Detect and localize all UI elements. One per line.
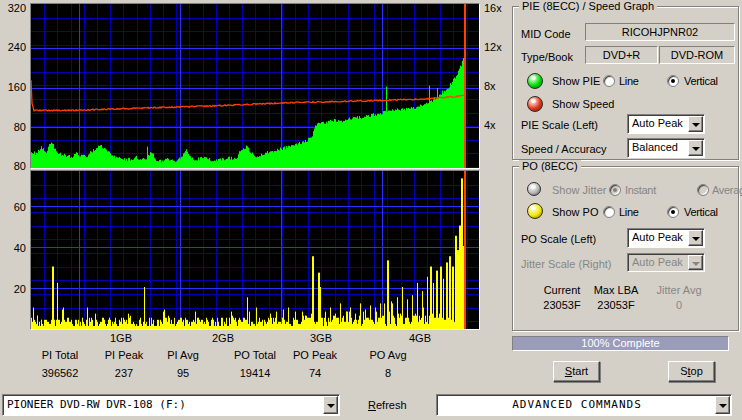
speed-axis-tick: 4x	[484, 119, 496, 131]
book-type-value: DVD-ROM	[659, 46, 735, 64]
po-scale-label: PO Scale (Left)	[521, 233, 596, 245]
dropdown-arrow-button	[688, 255, 703, 270]
pie-line-radio-label: Line	[619, 75, 639, 87]
type-book-label: Type/Book	[521, 51, 573, 63]
stat-label: PO Avg	[346, 349, 430, 361]
max-lba-value: 23053F	[581, 299, 651, 311]
speed-accuracy-value: Balanced	[632, 141, 686, 153]
show-po-label: Show PO	[552, 206, 598, 218]
show-speed-label: Show Speed	[552, 98, 614, 110]
jitter-scale-dropdown: Auto Peak	[627, 253, 705, 272]
stat-po-avg: PO Avg 8	[346, 349, 430, 379]
show-pie-label: Show PIE	[552, 75, 600, 87]
jitter-scale-value: Auto Peak	[632, 256, 686, 268]
x-axis-tick: 2GB	[208, 332, 238, 344]
pie-vertical-radio[interactable]	[667, 75, 679, 87]
drive-select-dropdown[interactable]: PIONEER DVD-RW DVR-108 (F:)	[2, 394, 340, 416]
pie-axis-tick: 240	[0, 41, 26, 53]
refresh-link[interactable]: Refresh	[368, 399, 407, 411]
advanced-commands-value: ADVANCED COMMANDS	[441, 398, 713, 411]
jitter-scale-label: Jitter Scale (Right)	[521, 258, 611, 270]
jitter-avg-value: 0	[644, 299, 714, 311]
pie-scale-dropdown[interactable]: Auto Peak	[627, 114, 705, 134]
speed-axis-tick: 8x	[484, 80, 496, 92]
jitter-instant-radio-label: Instant	[625, 184, 656, 196]
chevron-down-icon	[692, 237, 700, 241]
dropdown-arrow-button[interactable]	[688, 140, 703, 156]
show-jitter-label: Show Jitter	[552, 184, 606, 196]
app-window: 320 240 160 80 80 60 40 20 16x 12x 8x 4x…	[0, 0, 742, 420]
stat-value: 74	[273, 367, 357, 379]
dropdown-arrow-button[interactable]	[688, 116, 703, 132]
jitter-instant-radio	[609, 184, 621, 196]
pie-speed-group: PIE (8ECC) / Speed Graph MID Code RICOHJ…	[512, 6, 739, 160]
pie-axis-tick: 320	[0, 2, 26, 14]
chevron-down-icon	[327, 404, 335, 408]
speed-axis-tick: 12x	[484, 41, 502, 53]
dropdown-arrow-button[interactable]	[688, 230, 703, 246]
po-axis-tick: 40	[0, 242, 26, 254]
jitter-average-radio	[697, 184, 709, 196]
show-jitter-led-button	[527, 182, 541, 196]
po-axis-tick: 60	[0, 201, 26, 213]
show-po-led-button[interactable]	[527, 203, 543, 219]
pie-axis-tick: 80	[0, 121, 26, 133]
chevron-down-icon	[692, 147, 700, 151]
po-scale-dropdown[interactable]: Auto Peak	[627, 228, 705, 248]
stop-button[interactable]: Stop	[668, 361, 715, 382]
po-line-radio-label: Line	[619, 206, 639, 218]
chevron-down-icon	[692, 123, 700, 127]
dropdown-arrow-button[interactable]	[715, 396, 730, 414]
pie-group-title: PIE (8ECC) / Speed Graph	[519, 0, 657, 12]
dropdown-arrow-button[interactable]	[323, 396, 338, 414]
chevron-down-icon	[719, 404, 727, 408]
disc-type-value: DVD+R	[585, 46, 658, 64]
drive-select-value: PIONEER DVD-RW DVR-108 (F:)	[7, 398, 321, 411]
max-lba-label: Max LBA	[581, 284, 651, 296]
show-pie-led-button[interactable]	[527, 73, 543, 89]
progress-bar: 100% Complete	[512, 336, 729, 351]
po-group-title: PO (8ECC)	[519, 160, 581, 172]
po-group: PO (8ECC) Show Jitter Instant Average Sh…	[512, 166, 739, 331]
stat-label: PO Peak	[273, 349, 357, 361]
chevron-down-icon	[692, 262, 700, 266]
po-graph	[30, 170, 480, 330]
pie-speed-graph-canvas	[31, 4, 479, 168]
progress-bar-fill: 100% Complete	[513, 337, 728, 350]
stat-value: 8	[346, 367, 430, 379]
speed-axis-tick: 16x	[484, 2, 502, 14]
mid-code-label: MID Code	[521, 28, 571, 40]
x-axis-tick: 1GB	[106, 332, 136, 344]
po-line-radio[interactable]	[603, 206, 615, 218]
po-graph-canvas	[31, 171, 479, 329]
po-vertical-radio[interactable]	[667, 206, 679, 218]
pie-vertical-radio-label: Vertical	[684, 75, 718, 87]
start-button[interactable]: Start	[553, 361, 600, 382]
show-speed-led-button[interactable]	[527, 96, 543, 112]
mid-code-value: RICOHJPNR02	[585, 23, 735, 41]
x-axis-tick: 4GB	[405, 332, 435, 344]
po-axis-tick: 20	[0, 283, 26, 295]
x-axis-tick: 3GB	[306, 332, 336, 344]
speed-accuracy-label: Speed / Accuracy	[521, 143, 607, 155]
jitter-avg-label: Jitter Avg	[644, 284, 714, 296]
speed-accuracy-dropdown[interactable]: Balanced	[627, 138, 705, 158]
po-vertical-radio-label: Vertical	[684, 206, 718, 218]
pie-line-radio[interactable]	[603, 75, 615, 87]
pie-speed-graph	[30, 3, 480, 169]
jitter-average-radio-label: Average	[712, 184, 742, 196]
stat-po-peak: PO Peak 74	[273, 349, 357, 379]
pie-axis-tick: 160	[0, 81, 26, 93]
po-axis-tick: 80	[0, 160, 26, 172]
pie-scale-label: PIE Scale (Left)	[521, 119, 598, 131]
advanced-commands-dropdown[interactable]: ADVANCED COMMANDS	[436, 394, 732, 416]
po-scale-value: Auto Peak	[632, 231, 686, 243]
pie-scale-value: Auto Peak	[632, 117, 686, 129]
